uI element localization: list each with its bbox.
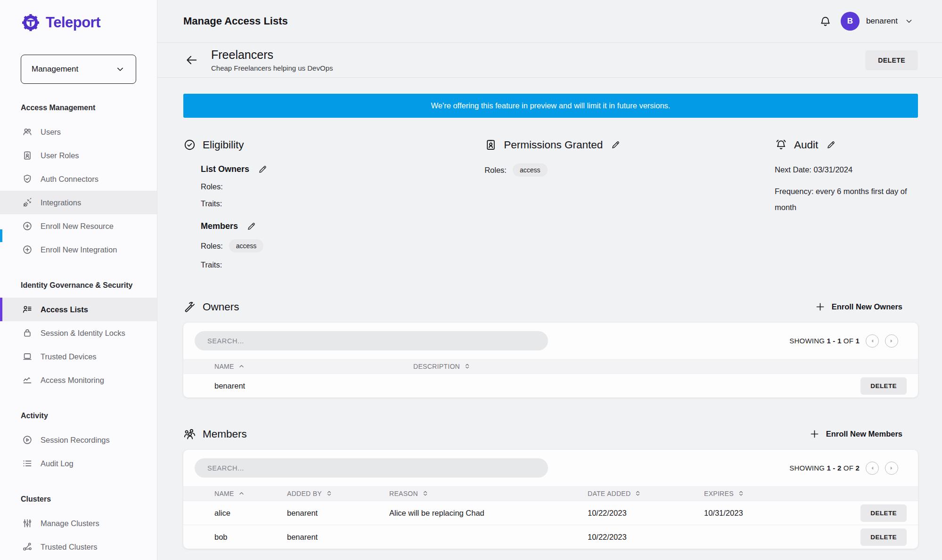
members-search-input[interactable] xyxy=(195,458,548,478)
members-table-row: bob benarent 10/22/2023 DELETE xyxy=(183,525,918,549)
owners-column-description[interactable]: DESCRIPTION xyxy=(413,363,836,370)
audit-next-date: Next Date: 03/31/2024 xyxy=(775,162,918,178)
delete-access-list-button[interactable]: DELETE xyxy=(865,50,918,70)
sort-asc-icon xyxy=(238,490,245,496)
edit-members-button[interactable] xyxy=(246,221,256,231)
delete-member-button[interactable]: DELETE xyxy=(860,504,907,522)
chevron-down-icon xyxy=(904,16,914,26)
chevron-down-icon xyxy=(115,64,125,74)
owners-next-page-button[interactable] xyxy=(885,334,898,348)
user-menu[interactable]: B benarent xyxy=(841,12,914,31)
shield-check-icon xyxy=(22,174,33,184)
owners-search-input[interactable] xyxy=(195,331,548,350)
sidebar-item-session-recordings[interactable]: Session Recordings xyxy=(0,428,157,452)
member-reason-cell: Alice will be replacing Chad xyxy=(389,509,588,518)
members-roles-row: Roles: access xyxy=(201,239,484,252)
sidebar-item-users[interactable]: Users xyxy=(0,120,157,144)
sidebar-item-trusted-clusters[interactable]: Trusted Clusters xyxy=(0,535,157,559)
sidebar: Teleport Management Access Management Us… xyxy=(0,0,157,560)
sidebar-item-auth-connectors[interactable]: Auth Connectors xyxy=(0,167,157,191)
sidebar-item-label: Access Lists xyxy=(41,305,88,314)
enroll-new-members-button[interactable]: Enroll New Members xyxy=(809,429,902,439)
eligibility-heading: Eligibility xyxy=(203,139,244,151)
delete-member-button[interactable]: DELETE xyxy=(860,528,907,546)
sidebar-item-label: User Roles xyxy=(41,151,79,160)
nav-section-identity-governance: Identity Governance & Security Access Li… xyxy=(0,281,157,392)
sidebar-item-access-monitoring[interactable]: Access Monitoring xyxy=(0,368,157,392)
audit-frequency: Frequency: every 6 months first day of m… xyxy=(775,184,918,216)
member-added-by-cell: benarent xyxy=(287,533,389,542)
sidebar-item-trusted-devices[interactable]: Trusted Devices xyxy=(0,345,157,368)
edit-permissions-button[interactable] xyxy=(611,140,621,150)
traits-label: Traits: xyxy=(201,199,222,208)
owners-prev-page-button[interactable] xyxy=(866,334,879,348)
sidebar-item-access-lists[interactable]: Access Lists xyxy=(0,298,157,321)
owners-column-name[interactable]: NAME xyxy=(195,363,413,370)
sidebar-item-label: Auth Connectors xyxy=(41,175,98,184)
members-column-reason[interactable]: REASON xyxy=(389,490,588,497)
edit-list-owners-button[interactable] xyxy=(258,164,268,174)
members-column-name[interactable]: NAME xyxy=(195,490,287,497)
sidebar-item-enroll-new-integration[interactable]: Enroll New Integration xyxy=(0,238,157,261)
circle-arrow-left-icon xyxy=(868,337,876,345)
check-circle-icon xyxy=(183,138,196,151)
audit-panel: Audit Next Date: 03/31/2024 Frequency: e… xyxy=(775,138,918,269)
pencil-icon xyxy=(826,140,836,150)
eligibility-heading-row: Eligibility xyxy=(183,138,484,151)
owners-pagination: SHOWING 1 - 1 OF 1 xyxy=(789,334,898,348)
id-card-icon xyxy=(22,150,33,161)
list-owners-subheading: List Owners xyxy=(201,164,249,174)
sidebar-item-integrations[interactable]: Integrations xyxy=(0,191,157,214)
teleport-gear-icon xyxy=(21,13,41,32)
sort-icon xyxy=(635,490,641,496)
sidebar-item-enroll-new-resource[interactable]: Enroll New Resource xyxy=(0,214,157,238)
sidebar-item-label: Session Recordings xyxy=(41,436,110,445)
members-column-date-added[interactable]: DATE ADDED xyxy=(588,490,704,497)
info-panels: Eligibility List Owners Roles: Traits: xyxy=(183,138,918,269)
sidebar-item-label: Integrations xyxy=(41,198,81,207)
notifications-button[interactable] xyxy=(819,15,832,28)
user-name: benarent xyxy=(866,16,898,26)
sort-icon xyxy=(464,363,470,369)
sidebar-item-user-roles[interactable]: User Roles xyxy=(0,144,157,167)
list-icon xyxy=(22,458,33,469)
member-date-added-cell: 10/22/2023 xyxy=(588,509,704,518)
nav-section-title: Access Management xyxy=(0,104,157,113)
page-title: Manage Access Lists xyxy=(183,15,288,27)
sidebar-item-manage-clusters[interactable]: Manage Clusters xyxy=(0,511,157,535)
bell-ring-icon xyxy=(775,138,787,151)
members-column-expires[interactable]: EXPIRES xyxy=(704,490,821,497)
edit-audit-button[interactable] xyxy=(826,140,836,150)
owners-title-row: Owners xyxy=(183,300,239,313)
nav-section-activity: Activity Session Recordings Audit Log xyxy=(0,412,157,475)
owners-table-header: NAME DESCRIPTION xyxy=(183,359,918,373)
owners-heading: Owners xyxy=(203,301,239,313)
sidebar-item-audit-log[interactable]: Audit Log xyxy=(0,452,157,475)
sidebar-nav: Access Management Users User Roles Auth … xyxy=(0,104,157,559)
delete-owner-button[interactable]: DELETE xyxy=(860,377,907,395)
members-column-added-by[interactable]: ADDED BY xyxy=(287,490,389,497)
laptop-icon xyxy=(22,351,33,362)
nav-section-title: Activity xyxy=(0,412,157,421)
owners-card: SHOWING 1 - 1 OF 1 NAME xyxy=(183,323,918,398)
main-area: Manage Access Lists B benarent Freelance… xyxy=(157,0,942,560)
roles-label: Roles: xyxy=(201,242,223,251)
management-selector[interactable]: Management xyxy=(21,55,136,84)
members-showing-text: SHOWING 1 - 2 OF 2 xyxy=(789,464,860,472)
enroll-new-owners-button[interactable]: Enroll New Owners xyxy=(815,301,902,312)
members-subheading: Members xyxy=(201,221,238,231)
arrow-left-icon xyxy=(185,53,198,67)
members-prev-page-button[interactable] xyxy=(866,462,879,475)
sidebar-item-label: Trusted Devices xyxy=(41,352,97,361)
members-next-page-button[interactable] xyxy=(885,462,898,475)
owners-section: Owners Enroll New Owners SHOWING 1 - 1 O… xyxy=(183,300,918,398)
teleport-logo[interactable]: Teleport xyxy=(0,12,157,33)
sidebar-item-label: Enroll New Resource xyxy=(41,222,114,231)
sidebar-item-label: Audit Log xyxy=(41,459,74,468)
sort-icon xyxy=(422,490,428,496)
member-expires-cell: 10/31/2023 xyxy=(704,509,821,518)
new-resource-indicator xyxy=(0,229,2,242)
circle-arrow-right-icon xyxy=(888,464,895,472)
sidebar-item-session-identity-locks[interactable]: Session & Identity Locks xyxy=(0,321,157,345)
back-button[interactable] xyxy=(185,53,198,67)
